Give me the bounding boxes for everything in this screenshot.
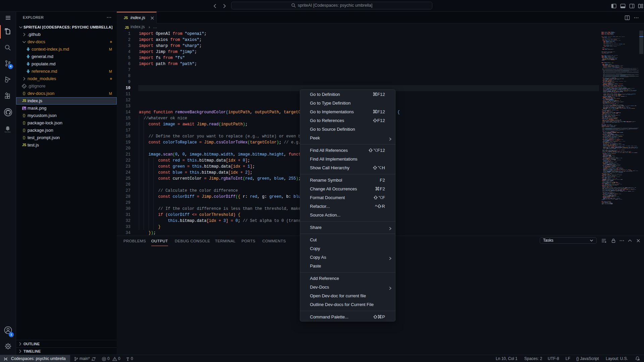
svg-text:Dev-Docs: Dev-Docs [5, 131, 11, 133]
